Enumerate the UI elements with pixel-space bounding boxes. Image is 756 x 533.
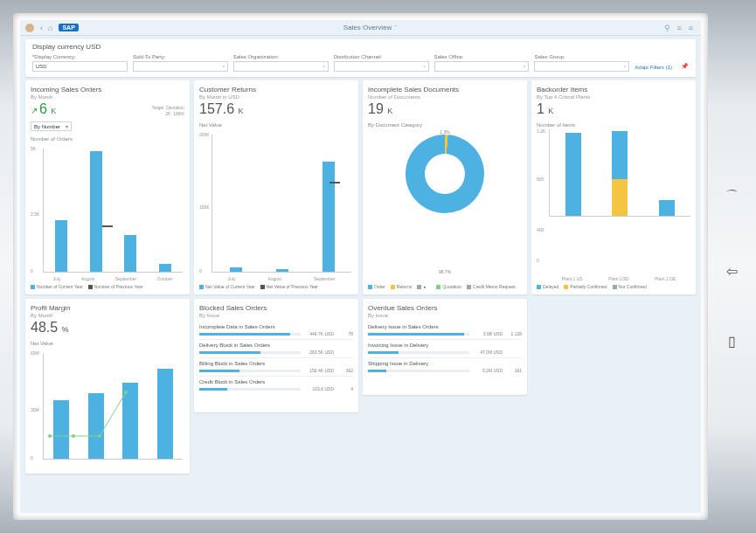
card-blocked-orders[interactable]: Blocked Sales Orders By Issue Incomplete… <box>194 299 358 412</box>
item-bar <box>199 351 301 354</box>
card-incoming-sales[interactable]: Incoming Sales Orders By Month 6 K Targe… <box>25 80 190 294</box>
card-title: Incomplete Sales Documents <box>368 86 522 93</box>
filter-label: *Display Currency: <box>32 54 128 59</box>
filter-label: Sales Organization: <box>233 54 329 59</box>
list-item[interactable]: Delivery Issue in Sales Orders3.6B USD1,… <box>368 322 522 339</box>
filter-label: Sales Group: <box>534 54 629 59</box>
x-label: September <box>314 276 335 281</box>
x-label: September <box>115 276 136 281</box>
sap-logo: SAP <box>59 24 78 31</box>
kpi-value: 19 K <box>368 101 522 117</box>
item-count: 362 <box>337 368 353 373</box>
list-item[interactable]: Billing Block in Sales Orders156.4K USD3… <box>199 357 353 376</box>
item-bar <box>199 388 301 391</box>
card-title: Blocked Sales Orders <box>199 304 353 312</box>
list-item[interactable]: Delivery Block in Sales Orders263.5K USD <box>199 339 353 357</box>
y-tick: 0 <box>537 258 539 263</box>
blocked-list: Incomplete Data in Sales Orders446.7K US… <box>199 322 353 394</box>
x-label: Plant 1 DE <box>655 276 676 281</box>
y-tick: 30M <box>31 407 39 412</box>
legend: Number of Current YearNumber of Previous… <box>31 284 184 289</box>
card-subtitle: By Month in USD <box>199 94 353 100</box>
list-item[interactable]: Credit Block in Sales Orders103.6 USD4 <box>199 376 353 394</box>
kpi-value: 1 K <box>537 101 690 117</box>
profit-chart: 60M 30M 0 <box>31 351 184 468</box>
filter-header: Display currency USD <box>32 43 689 51</box>
card-subtitle: By Month <box>31 94 184 100</box>
device-back-button[interactable]: ⌒ <box>723 188 740 205</box>
axis-label: By Document Category <box>368 122 522 128</box>
sold-to-party-input[interactable]: ▫ <box>133 61 228 72</box>
bar <box>230 267 242 272</box>
x-label: October <box>157 276 173 281</box>
item-value: 5.2M USD <box>473 368 503 373</box>
svg-point-2 <box>98 434 101 438</box>
chevron-down-icon[interactable]: ˅ <box>394 25 397 31</box>
x-label: July <box>228 276 236 281</box>
card-grid: Incoming Sales Orders By Month 6 K Targe… <box>20 80 701 479</box>
item-bar <box>368 370 469 372</box>
y-tick: 2.5K <box>31 211 39 217</box>
bell-icon[interactable]: ≡ <box>677 24 682 32</box>
sales-org-input[interactable]: ▫ <box>233 61 329 72</box>
card-incomplete-docs[interactable]: Incomplete Sales Documents Number of Doc… <box>363 80 527 294</box>
y-tick: 0 <box>31 268 33 273</box>
item-value: 3.6B USD <box>473 331 503 336</box>
sales-group-input[interactable]: ▫ <box>534 61 629 72</box>
card-subtitle: By Issue <box>368 313 522 318</box>
card-backorder[interactable]: Backorder Items By Top 4 Critical Plants… <box>531 80 696 294</box>
menu-icon[interactable]: ≡ <box>689 24 693 32</box>
card-customer-returns[interactable]: Customer Returns By Month in USD 157.6 K… <box>194 80 358 294</box>
adapt-filters-link[interactable]: Adapt Filters (1) <box>635 65 672 72</box>
valuehelp-icon: ▫ <box>624 64 626 69</box>
item-name: Shipping Issue in Delivery <box>368 361 522 366</box>
home-icon[interactable]: ⌂ <box>48 24 52 32</box>
sales-office-input[interactable]: ▫ <box>434 61 530 72</box>
bar <box>55 220 67 272</box>
item-count: 161 <box>506 368 522 373</box>
kpi-value: 48.5 % <box>31 320 184 336</box>
list-item[interactable]: Shipping Issue in Delivery5.2M USD161 <box>368 357 522 376</box>
axis-label: Number of Orders <box>31 136 184 142</box>
device-recent-button[interactable]: ▯ <box>723 332 740 350</box>
list-item[interactable]: Incomplete Data in Sales Orders446.7K US… <box>199 322 353 339</box>
pin-icon[interactable]: 📌 <box>681 63 689 72</box>
search-icon[interactable]: ⚲ <box>664 24 670 32</box>
item-bar <box>368 351 469 354</box>
valuehelp-icon: ▫ <box>323 64 325 69</box>
filter-label: Sold-To Party: <box>133 54 228 59</box>
card-overdue-orders[interactable]: Overdue Sales Orders By Issue Delivery I… <box>363 299 527 395</box>
item-name: Billing Block in Sales Orders <box>199 361 353 366</box>
valuehelp-icon: ▫ <box>524 64 525 69</box>
page-title: Sales Overview ˅ <box>79 24 662 31</box>
list-item[interactable]: Invoicing Issue in Delivery47.0M USD <box>368 339 522 357</box>
card-profit-margin[interactable]: Profit Margin By Month 48.5 % Net Value … <box>25 299 190 474</box>
line-overlay <box>43 353 183 460</box>
card-title: Customer Returns <box>199 86 353 93</box>
item-value: 103.6 USD <box>304 386 334 391</box>
device-home-button[interactable]: ⇦ <box>723 262 740 280</box>
y-tick: 800 <box>537 177 544 182</box>
item-count: 4 <box>337 386 353 391</box>
item-bar <box>199 333 301 336</box>
x-label: July <box>53 276 61 281</box>
svg-point-1 <box>72 434 75 438</box>
legend: OrderReturns●QuotationCredit Memo Reques… <box>368 284 522 289</box>
returns-chart: 200K 100K 0 JulyAugustSeptember <box>199 133 353 281</box>
y-tick: 5K <box>31 146 36 151</box>
dist-channel-input[interactable]: ▫ <box>334 61 429 72</box>
y-tick: 400 <box>537 227 544 232</box>
bar <box>124 235 136 272</box>
kpi-meta: Target Deviation2K 196% <box>31 105 184 116</box>
item-value: 47.0M USD <box>473 350 503 355</box>
device-bezel: ‹ ⌂ SAP Sales Overview ˅ ⚲ ≡ ≡ Display c… <box>13 13 708 520</box>
view-selector[interactable]: By Number <box>31 121 72 131</box>
bar <box>90 151 102 272</box>
avatar[interactable] <box>25 24 34 32</box>
axis-label: Net Value <box>31 341 184 346</box>
y-tick: 0 <box>199 268 202 273</box>
display-currency-input[interactable]: USD <box>32 61 128 72</box>
back-icon[interactable]: ‹ <box>40 24 43 32</box>
item-count: 78 <box>337 331 353 336</box>
slice-label: 1.3% <box>440 129 449 135</box>
